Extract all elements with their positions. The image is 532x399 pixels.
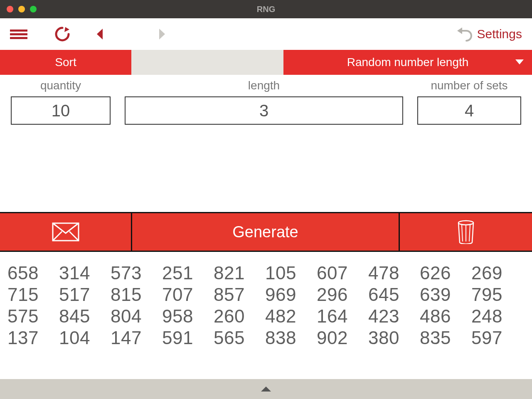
tab-sort[interactable]: Sort — [0, 50, 131, 75]
result-cell: 296 — [317, 284, 368, 305]
chevron-down-icon — [515, 59, 524, 65]
result-cell: 423 — [368, 306, 420, 327]
result-cell: 835 — [420, 328, 471, 348]
svg-marker-5 — [159, 29, 165, 39]
share-mail-button[interactable] — [0, 213, 132, 251]
result-cell: 137 — [7, 328, 59, 348]
svg-line-12 — [469, 225, 470, 241]
result-cell: 815 — [111, 284, 162, 305]
result-cell: 164 — [317, 306, 368, 327]
undo-icon — [456, 27, 473, 42]
triangle-left-icon — [95, 28, 104, 40]
triangle-up-icon — [260, 386, 272, 392]
svg-line-10 — [462, 225, 463, 241]
result-cell: 147 — [111, 328, 162, 348]
results-area: 6583145732518211056074786262697155178157… — [0, 254, 532, 379]
result-cell: 269 — [471, 263, 523, 283]
result-cell: 486 — [420, 306, 471, 327]
mode-tabbar: Sort Random number length — [0, 50, 532, 75]
result-cell: 248 — [471, 306, 523, 327]
refresh-icon — [54, 25, 71, 43]
result-cell: 517 — [59, 284, 111, 305]
clear-button[interactable] — [400, 213, 532, 251]
result-cell: 565 — [214, 328, 265, 348]
forward-button[interactable] — [145, 18, 179, 50]
result-cell: 105 — [265, 263, 317, 283]
svg-rect-0 — [10, 30, 27, 32]
length-input[interactable] — [125, 96, 403, 125]
menu-icon — [10, 29, 27, 39]
window-title: RNG — [0, 5, 532, 14]
window-controls — [7, 6, 37, 12]
result-cell: 838 — [265, 328, 317, 348]
svg-marker-4 — [97, 29, 103, 39]
length-field: length — [115, 79, 413, 125]
result-cell: 251 — [162, 263, 214, 283]
tab-blank[interactable] — [131, 50, 283, 75]
menu-button[interactable] — [4, 18, 33, 50]
result-cell: 104 — [59, 328, 111, 348]
mail-icon — [52, 222, 79, 241]
svg-marker-13 — [261, 387, 271, 392]
result-cell: 639 — [420, 284, 471, 305]
result-cell: 260 — [214, 306, 265, 327]
result-cell: 597 — [471, 328, 523, 348]
result-row: 658314573251821105607478626269 — [7, 263, 525, 283]
result-cell: 626 — [420, 263, 471, 283]
bottom-drawer-handle[interactable] — [0, 379, 532, 399]
window-titlebar: RNG — [0, 0, 532, 18]
generate-label: Generate — [232, 223, 298, 241]
refresh-button[interactable] — [46, 18, 79, 50]
result-cell: 707 — [162, 284, 214, 305]
sets-field: number of sets — [413, 79, 525, 125]
parameters-row: quantity length number of sets — [0, 75, 532, 125]
result-cell: 715 — [7, 284, 59, 305]
result-cell: 607 — [317, 263, 368, 283]
result-cell: 591 — [162, 328, 214, 348]
result-cell: 795 — [471, 284, 523, 305]
settings-link[interactable]: Settings — [477, 27, 522, 41]
tab-sort-label: Sort — [55, 56, 76, 69]
sets-label: number of sets — [431, 79, 507, 92]
triangle-right-icon — [158, 28, 167, 40]
close-window-button[interactable] — [7, 6, 13, 12]
svg-marker-3 — [64, 27, 69, 32]
result-cell: 575 — [7, 306, 59, 327]
generate-button[interactable]: Generate — [132, 213, 400, 251]
tab-random-number-length[interactable]: Random number length — [283, 50, 532, 75]
svg-rect-1 — [10, 33, 27, 35]
result-row: 137104147591565838902380835597 — [7, 328, 525, 348]
result-cell: 902 — [317, 328, 368, 348]
result-cell: 969 — [265, 284, 317, 305]
result-row: 715517815707857969296645639795 — [7, 284, 525, 305]
sets-input[interactable] — [417, 96, 521, 125]
result-cell: 573 — [111, 263, 162, 283]
trash-icon — [457, 220, 475, 244]
result-cell: 645 — [368, 284, 420, 305]
quantity-input[interactable] — [11, 96, 111, 125]
result-cell: 804 — [111, 306, 162, 327]
result-cell: 482 — [265, 306, 317, 327]
length-label: length — [248, 79, 280, 92]
tab-rnl-label: Random number length — [347, 56, 469, 69]
quantity-label: quantity — [40, 79, 81, 92]
result-cell: 857 — [214, 284, 265, 305]
result-cell: 478 — [368, 263, 420, 283]
svg-point-9 — [458, 221, 473, 225]
action-bar: Generate — [0, 212, 532, 252]
back-button[interactable] — [83, 18, 116, 50]
result-cell: 845 — [59, 306, 111, 327]
result-cell: 958 — [162, 306, 214, 327]
result-row: 575845804958260482164423486248 — [7, 306, 525, 327]
minimize-window-button[interactable] — [18, 6, 25, 12]
fullscreen-window-button[interactable] — [30, 6, 37, 12]
result-cell: 380 — [368, 328, 420, 348]
result-cell: 821 — [214, 263, 265, 283]
toolbar: Settings — [0, 18, 532, 50]
svg-marker-6 — [457, 27, 462, 34]
quantity-field: quantity — [7, 79, 115, 125]
svg-rect-2 — [10, 37, 27, 39]
undo-button[interactable] — [452, 18, 477, 50]
result-cell: 314 — [59, 263, 111, 283]
result-cell: 658 — [7, 263, 59, 283]
